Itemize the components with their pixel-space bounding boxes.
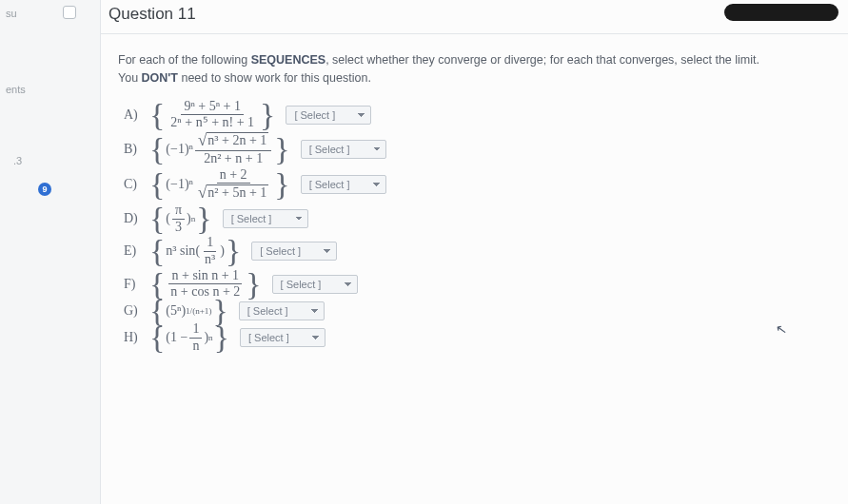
den: n³ [202, 252, 218, 267]
item-letter-f: F) [124, 277, 139, 292]
num: n + sin n + 1 [168, 269, 242, 285]
flag-checkbox[interactable] [63, 6, 76, 19]
formula-c: { (−1)ⁿ n + 2 √n² + 5n + 1 } [148, 168, 291, 202]
select-h[interactable]: [ Select ] [240, 328, 325, 347]
num: π [172, 204, 185, 220]
formula-b: { (−1)ⁿ √n³ + 2n + 1 2n² + n + 1 } [148, 132, 291, 165]
num: 1 [204, 236, 216, 252]
item-row-e: E) { n³ sin (1n³) } [ Select ] [124, 236, 848, 266]
select-f[interactable]: [ Select ] [272, 275, 358, 294]
den: 3 [172, 220, 185, 235]
select-g[interactable]: [ Select ] [239, 301, 325, 320]
select-a[interactable]: [ Select ] [286, 106, 371, 125]
num: 1 [189, 322, 202, 339]
item-letter-g: G) [124, 303, 139, 319]
select-c[interactable]: [ Select ] [301, 175, 386, 194]
den: 2n² + n + 1 [201, 151, 266, 166]
rail-text-su: su [6, 8, 17, 19]
item-row-g: G) { (5ⁿ)1/(n+1) } [ Select ] [124, 301, 848, 320]
redacted-name [724, 4, 838, 21]
item-letter-d: D) [124, 211, 139, 226]
question-panel: Question 11 For each of the following SE… [100, 0, 848, 504]
instr-bold-seq: SEQUENCES [251, 53, 326, 67]
rail-text-3: .3 [13, 155, 22, 166]
formula-h: { (1 − 1n)n } [148, 322, 230, 353]
instr-part: For each of the following [118, 53, 251, 67]
items-list: A) { 9ⁿ + 5ⁿ + 1 2ⁿ + n⁵ + n! + 1 } [ Se… [101, 94, 848, 354]
item-row-d: D) { (π3)n } [ Select ] [124, 204, 848, 234]
select-b[interactable]: [ Select ] [301, 140, 386, 159]
item-row-f: F) { n + sin n + 1 n + cos n + 2 } [ Sel… [124, 269, 848, 300]
instructions: For each of the following SEQUENCES, sel… [101, 34, 848, 94]
sqrt-body: n² + 5n + 1 [207, 184, 268, 201]
item-row-c: C) { (−1)ⁿ n + 2 √n² + 5n + 1 } [ Select… [124, 168, 848, 202]
text: 1 − [170, 330, 187, 345]
item-row-h: H) { (1 − 1n)n } [ Select ] [124, 322, 848, 353]
select-d[interactable]: [ Select ] [223, 209, 308, 228]
sqrt-body: n³ + 2n + 1 [207, 132, 268, 148]
formula-f: { n + sin n + 1 n + cos n + 2 } [148, 269, 263, 300]
instr-part: You [118, 71, 142, 85]
left-rail: su ents .3 9 [0, 0, 57, 504]
item-letter-c: C) [124, 177, 139, 192]
formula-e: { n³ sin (1n³) } [148, 236, 242, 266]
item-letter-e: E) [124, 243, 139, 259]
num: n + 2 [217, 168, 250, 184]
formula-a: { 9ⁿ + 5ⁿ + 1 2ⁿ + n⁵ + n! + 1 } [148, 100, 276, 130]
select-e[interactable]: [ Select ] [251, 242, 337, 261]
prefix: n³ sin [166, 243, 195, 259]
item-letter-b: B) [124, 142, 139, 157]
item-row-a: A) { 9ⁿ + 5ⁿ + 1 2ⁿ + n⁵ + n! + 1 } [ Se… [124, 100, 848, 130]
instr-bold-dont: DON'T [142, 71, 178, 85]
formula-d: { (π3)n } [148, 204, 213, 234]
prefix: (−1)ⁿ [166, 177, 193, 192]
num: 9ⁿ + 5ⁿ + 1 [181, 100, 244, 116]
formula-g: { (5ⁿ)1/(n+1) } [148, 303, 229, 319]
cursor-icon: ↖ [775, 320, 789, 338]
instr-part: need to show work for this question. [178, 71, 371, 85]
item-letter-a: A) [124, 107, 139, 123]
rail-text-ents: ents [6, 84, 26, 95]
den: n + cos n + 2 [168, 284, 243, 300]
item-row-b: B) { (−1)ⁿ √n³ + 2n + 1 2n² + n + 1 } [ … [124, 132, 848, 165]
den: n [189, 339, 202, 354]
instr-part: , select whether they converge or diverg… [325, 53, 759, 67]
item-letter-h: H) [124, 330, 139, 345]
question-nav-bullet[interactable]: 9 [38, 183, 51, 196]
den: 2ⁿ + n⁵ + n! + 1 [168, 115, 257, 130]
base: (5ⁿ) [166, 303, 186, 319]
prefix: (−1)ⁿ [166, 142, 193, 157]
